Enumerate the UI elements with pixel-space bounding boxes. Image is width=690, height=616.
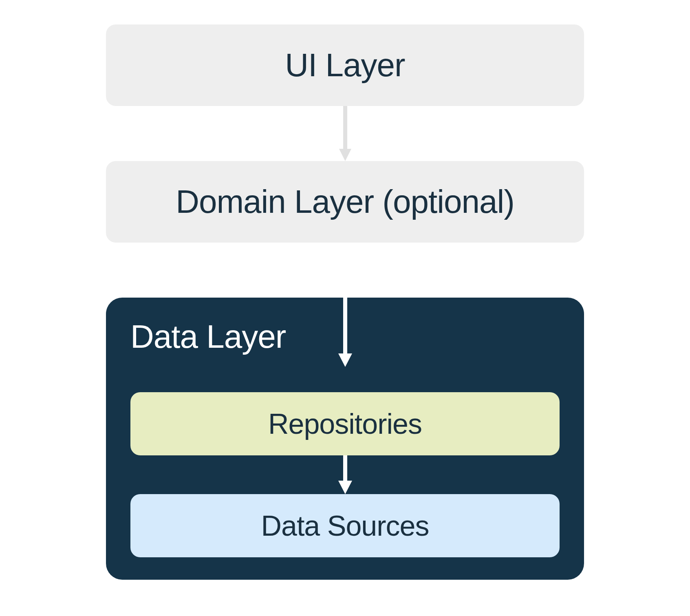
domain-layer-label: Domain Layer (optional) xyxy=(176,183,514,221)
arrow-down-icon xyxy=(337,243,353,367)
data-layer-title: Data Layer xyxy=(130,318,286,355)
arrow-repos-to-sources xyxy=(130,455,560,494)
spacer xyxy=(130,364,560,392)
repositories-box: Repositories xyxy=(130,392,560,455)
svg-marker-1 xyxy=(339,149,351,161)
arrow-down-icon xyxy=(337,106,353,161)
svg-marker-3 xyxy=(338,353,352,367)
arrow-down-icon xyxy=(337,455,353,494)
repositories-label: Repositories xyxy=(268,408,422,440)
domain-layer-box: Domain Layer (optional) xyxy=(106,161,584,243)
arrow-ui-to-domain xyxy=(106,106,584,161)
svg-marker-5 xyxy=(338,481,352,494)
ui-layer-box: UI Layer xyxy=(106,24,584,106)
data-sources-box: Data Sources xyxy=(130,494,560,557)
ui-layer-label: UI Layer xyxy=(285,46,405,84)
data-sources-label: Data Sources xyxy=(261,510,429,542)
